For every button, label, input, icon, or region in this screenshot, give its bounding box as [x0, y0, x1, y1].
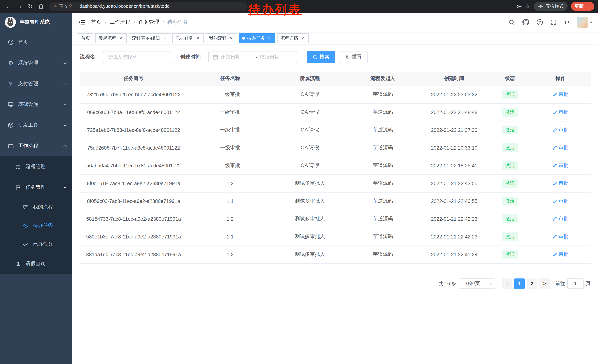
page-button-1[interactable]: 1 [514, 278, 525, 289]
status-badge: 激活 [502, 108, 518, 117]
sidebar-item-system[interactable]: ⚙ 系统管理 [0, 53, 72, 73]
font-size-button[interactable]: TT [564, 19, 570, 25]
sidebar: 芋道管理系统 首页 ⚙ 系统管理 ¥ 支付管理 [0, 13, 72, 364]
help-icon: ? [537, 19, 543, 25]
tab-start-process[interactable]: 发起流程× [95, 33, 127, 43]
sidebar-item-devtools[interactable]: 研发工具 [0, 115, 72, 136]
url-text[interactable]: dashboard.yudao.iocoder.cn/bpm/task/todo [80, 4, 170, 9]
github-button[interactable] [523, 19, 529, 25]
approve-link[interactable]: 审批 [553, 233, 568, 240]
sidebar-item-done-tasks[interactable]: 已办任务 [0, 235, 72, 253]
close-icon[interactable]: × [162, 36, 167, 41]
reload-button[interactable]: ↻ [25, 1, 35, 11]
close-icon[interactable]: × [300, 36, 305, 41]
sidebar-item-process-mgmt[interactable]: 流程管理 [0, 156, 72, 177]
end-date-placeholder[interactable]: 结束日期 [260, 54, 293, 60]
sidebar-item-home[interactable]: 首页 [0, 32, 72, 53]
cell-process: 测试多审批人 [273, 174, 347, 192]
approve-link[interactable]: 审批 [553, 127, 568, 133]
cell-task-name: 一级审批 [187, 139, 273, 157]
table-row: 58154733-7ac8-11ec-a9e2-a2380e71991a 1.2… [80, 210, 590, 228]
cell-task-name: 一级审批 [187, 121, 273, 139]
sidebar-item-payment[interactable]: ¥ 支付管理 [0, 73, 72, 94]
browser-menu-icon[interactable]: ⋮ [586, 4, 590, 9]
tab-process-detail[interactable]: 流程详情× [277, 33, 309, 43]
sidebar-toggle-button[interactable] [78, 19, 85, 25]
chevron-down-icon [63, 61, 67, 65]
cell-create-time: 2022-01-22 21:37:30 [419, 121, 490, 139]
todo-task-table: 任务编号 任务名称 所属流程 流程发起人 创建时间 状态 操作 [80, 72, 590, 263]
home-button[interactable] [36, 1, 46, 11]
status-badge: 激活 [502, 179, 518, 188]
password-key-icon[interactable] [515, 3, 522, 9]
next-page-button[interactable]: > [540, 278, 550, 289]
tab-done-tasks[interactable]: 已办任务× [172, 33, 204, 43]
app-logo-row[interactable]: 芋道管理系统 [0, 13, 72, 32]
approve-link[interactable]: 审批 [553, 91, 568, 98]
search-button[interactable]: 搜索 [307, 51, 335, 63]
close-icon[interactable]: × [118, 36, 123, 41]
date-range-picker[interactable]: 开始日期 - 结束日期 [208, 51, 297, 63]
help-button[interactable]: ? [537, 19, 543, 25]
cell-task-name: 1.1 [187, 192, 273, 210]
search-button[interactable] [509, 19, 515, 25]
prev-page-button[interactable]: < [502, 278, 512, 289]
approve-link[interactable]: 审批 [553, 251, 568, 258]
goto-page-input[interactable] [568, 281, 583, 286]
screen: 待办列表 ← → ↻ ⚠ 不安全 dashboard.yudao.iocoder… [0, 0, 598, 364]
fullscreen-button[interactable] [551, 19, 556, 25]
forward-button[interactable]: → [15, 1, 25, 11]
approve-link[interactable]: 审批 [553, 145, 568, 151]
hamburger-icon [78, 19, 85, 25]
user-menu[interactable]: ▾ [577, 17, 592, 28]
browser-update-button[interactable]: 更新 ⋮ [571, 2, 594, 11]
sidebar-item-leave-query[interactable]: 请假查询 [0, 253, 72, 274]
edit-pen-icon [553, 217, 557, 221]
cube-icon [8, 122, 14, 128]
tab-todo-tasks[interactable]: 待办任务× [239, 33, 275, 43]
security-label[interactable]: 不安全 [59, 3, 73, 9]
page-size-select[interactable]: 10条/页 ▾ [460, 278, 495, 289]
avatar[interactable] [577, 17, 588, 28]
address-bar[interactable]: ⚠ 不安全 dashboard.yudao.iocoder.cn/bpm/tas… [49, 2, 247, 11]
edit-pen-icon [553, 110, 557, 114]
edit-pen-icon [553, 146, 557, 150]
edit-pen-icon [553, 252, 557, 257]
font-size-icon: T [564, 19, 567, 25]
approve-link[interactable]: 审批 [553, 109, 568, 115]
back-button[interactable]: ← [4, 1, 14, 11]
cell-task-id: 580e1b3d-7ac8-11ec-a9e2-a2380e71991a [80, 228, 187, 245]
sidebar-item-my-processes[interactable]: 我的流程 [0, 198, 72, 216]
tab-form-edit[interactable]: 流程表单-编辑× [129, 33, 170, 43]
approve-link[interactable]: 审批 [553, 180, 568, 187]
page-button-2[interactable]: 2 [527, 278, 537, 289]
sidebar-item-todo-tasks[interactable]: 待办任务 [0, 216, 72, 235]
sidebar-item-workflow[interactable]: 工作流程 [0, 136, 72, 156]
reset-button[interactable]: ↻ 重置 [340, 51, 368, 63]
table-row: a6aba0a4-7b6d-11ec-b781-acde48001122 一级审… [80, 157, 590, 174]
approve-link[interactable]: 审批 [553, 162, 568, 169]
breadcrumb-workflow[interactable]: 工作流程 [110, 19, 130, 25]
breadcrumb-home[interactable]: 首页 [91, 19, 101, 25]
sidebar-item-infra[interactable]: 基础设施 [0, 94, 72, 115]
sidebar-item-task-mgmt[interactable]: 任务管理 [0, 177, 72, 198]
start-date-placeholder[interactable]: 开始日期 [220, 54, 254, 60]
breadcrumb-task-mgmt[interactable]: 任务管理 [139, 19, 159, 25]
cell-initiator: 芋道源码 [347, 157, 419, 174]
process-name-field [103, 51, 171, 63]
cell-initiator: 芋道源码 [347, 121, 419, 139]
close-icon[interactable]: × [195, 36, 200, 41]
edit-pen-icon [553, 92, 557, 97]
process-name-input[interactable] [107, 54, 167, 60]
tab-home[interactable]: 首页 [78, 33, 93, 43]
status-badge: 激活 [502, 143, 518, 152]
tab-my-processes[interactable]: 我的流程× [206, 33, 237, 43]
close-icon[interactable]: × [229, 36, 234, 41]
user-icon [15, 261, 22, 267]
approve-link[interactable]: 审批 [553, 198, 568, 204]
close-icon[interactable]: × [267, 36, 272, 41]
approve-link[interactable]: 审批 [553, 216, 568, 222]
double-check-icon [22, 241, 29, 247]
bookmark-star-icon[interactable]: ☆ [525, 3, 530, 10]
navbar: 首页 / 工作流程 / 任务管理 / 待办任务 ? [72, 13, 598, 32]
